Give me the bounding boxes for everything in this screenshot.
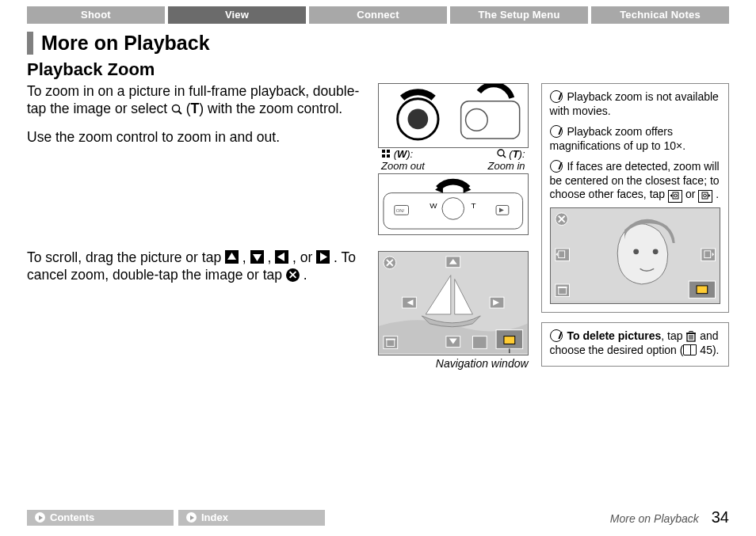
svg-rect-50 xyxy=(702,192,708,199)
up-arrow-icon xyxy=(225,250,239,264)
figure-column: (W): (T): Zoom out Zoom in W T xyxy=(378,83,529,370)
magnifier-icon xyxy=(171,102,182,113)
note-icon xyxy=(550,125,563,138)
tab-connect[interactable]: Connect xyxy=(309,6,447,24)
svg-rect-8 xyxy=(461,101,520,139)
figure-face-detect xyxy=(550,207,720,304)
svg-rect-69 xyxy=(697,286,708,294)
figure-zoom-control-top: W T ON/ xyxy=(378,173,529,235)
svg-point-51 xyxy=(704,195,707,198)
svg-point-7 xyxy=(408,109,429,130)
footer: Contents Index More on Playback 34 xyxy=(0,508,756,526)
svg-rect-10 xyxy=(382,150,385,153)
figure-navigation-window xyxy=(378,251,529,355)
svg-marker-2 xyxy=(227,253,236,260)
figure-camera-dial xyxy=(378,83,529,148)
arrow-icon xyxy=(186,512,197,523)
svg-rect-65 xyxy=(555,284,569,297)
text: 45). xyxy=(697,344,719,356)
trash-icon xyxy=(685,330,697,342)
paragraph-zoom-intro: To zoom in on a picture in full-frame pl… xyxy=(27,83,365,118)
text: , or xyxy=(292,249,316,265)
note-icon xyxy=(550,329,563,342)
footer-section: More on Playback xyxy=(610,512,699,525)
svg-marker-49 xyxy=(670,194,673,197)
index-label: Index xyxy=(201,511,228,523)
face-prev-icon xyxy=(668,190,682,203)
tab-bar: Shoot View Connect The Setup Menu Techni… xyxy=(0,0,756,24)
svg-point-19 xyxy=(442,198,464,220)
svg-rect-72 xyxy=(689,332,693,333)
note-icon xyxy=(550,160,563,173)
svg-line-1 xyxy=(178,111,181,114)
paragraph-zoom-control: Use the zoom control to zoom in and out. xyxy=(27,129,365,146)
note-2: Playback zoom offers magnifications of u… xyxy=(550,125,720,154)
tab-shoot[interactable]: Shoot xyxy=(27,6,165,24)
right-arrow-icon xyxy=(316,250,330,264)
zoom-in-label: Zoom in xyxy=(488,160,525,172)
note-3: If faces are detected, zoom will be cent… xyxy=(550,160,720,203)
svg-point-0 xyxy=(172,105,179,112)
tab-view[interactable]: View xyxy=(168,6,306,24)
face-next-icon xyxy=(698,190,712,203)
zoom-labels: (W): (T): xyxy=(378,148,529,160)
svg-point-54 xyxy=(633,249,639,255)
svg-line-15 xyxy=(503,155,506,158)
text: , xyxy=(242,249,250,265)
subsection-heading: Playback Zoom xyxy=(27,59,729,80)
contents-label: Contents xyxy=(50,511,94,523)
text: , xyxy=(267,249,275,265)
arrow-icon xyxy=(35,512,45,523)
svg-point-55 xyxy=(652,249,658,255)
down-arrow-icon xyxy=(250,250,264,264)
paragraph-scroll: To scroll, drag the picture or tap , , ,… xyxy=(27,249,365,284)
svg-point-48 xyxy=(674,195,678,198)
contents-button[interactable]: Contents xyxy=(27,510,174,526)
svg-rect-11 xyxy=(387,150,390,153)
svg-marker-5 xyxy=(320,253,327,261)
text: . xyxy=(304,267,307,283)
note-box-2: To delete pictures, tap and choose the d… xyxy=(541,322,729,367)
svg-rect-43 xyxy=(472,336,487,349)
svg-text:T: T xyxy=(471,201,475,210)
svg-marker-52 xyxy=(708,194,711,197)
tab-technical[interactable]: Technical Notes xyxy=(591,6,729,24)
svg-marker-3 xyxy=(253,254,262,261)
note-box-1: Playback zoom is not available with movi… xyxy=(541,83,729,313)
body-column: To zoom in on a picture in full-frame pl… xyxy=(27,83,365,370)
section-heading-bar: More on Playback xyxy=(27,32,729,55)
left-arrow-icon xyxy=(275,250,288,264)
svg-rect-45 xyxy=(504,336,515,344)
cancel-icon xyxy=(286,268,300,282)
text: ) with the zoom control. xyxy=(199,101,342,116)
text: , tap xyxy=(661,329,685,342)
index-button[interactable]: Index xyxy=(178,510,325,526)
section-heading: More on Playback xyxy=(41,32,210,54)
navigation-window-label: Navigation window xyxy=(378,357,529,370)
svg-rect-12 xyxy=(382,154,385,158)
tab-setup-menu[interactable]: The Setup Menu xyxy=(450,6,588,24)
notes-column: Playback zoom is not available with movi… xyxy=(541,83,729,370)
note-1: Playback zoom is not available with movi… xyxy=(550,90,720,119)
zoom-out-symbol: (W): xyxy=(381,148,413,160)
note-icon xyxy=(550,90,563,103)
zoom-label-texts: Zoom out Zoom in xyxy=(378,160,529,172)
svg-point-14 xyxy=(498,150,504,156)
book-icon xyxy=(683,344,697,355)
svg-rect-47 xyxy=(673,192,678,199)
svg-rect-13 xyxy=(387,154,390,158)
footer-right: More on Playback 34 xyxy=(610,508,729,526)
zoom-in-symbol: (T): xyxy=(497,148,525,160)
svg-rect-40 xyxy=(384,336,398,349)
zoom-out-label: Zoom out xyxy=(381,160,425,172)
svg-marker-4 xyxy=(277,253,284,261)
page-number: 34 xyxy=(712,508,729,526)
svg-text:W: W xyxy=(430,201,437,210)
text: To scroll, drag the picture or tap xyxy=(27,249,225,265)
svg-text:ON/: ON/ xyxy=(396,208,405,213)
delete-note-bold: To delete pictures xyxy=(567,329,661,342)
